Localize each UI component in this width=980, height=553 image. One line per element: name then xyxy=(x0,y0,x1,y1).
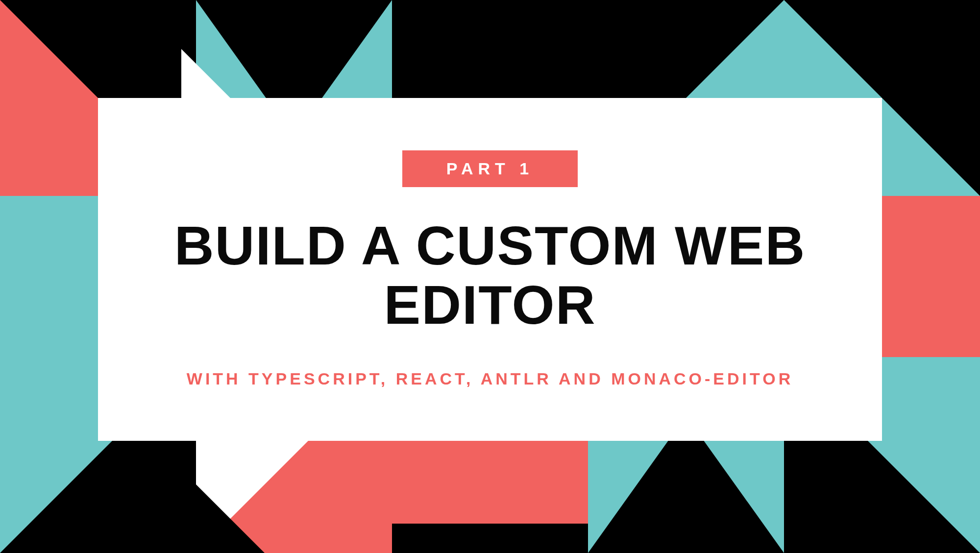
subtitle: WITH TYPESCRIPT, REACT, ANTLR AND MONACO… xyxy=(187,369,793,388)
main-title: BUILD A CUSTOM WEB EDITOR xyxy=(137,216,843,335)
part-badge: PART 1 xyxy=(402,150,578,187)
content-card: PART 1 BUILD A CUSTOM WEB EDITOR WITH TY… xyxy=(98,98,882,441)
hero-banner: PART 1 BUILD A CUSTOM WEB EDITOR WITH TY… xyxy=(0,0,980,553)
